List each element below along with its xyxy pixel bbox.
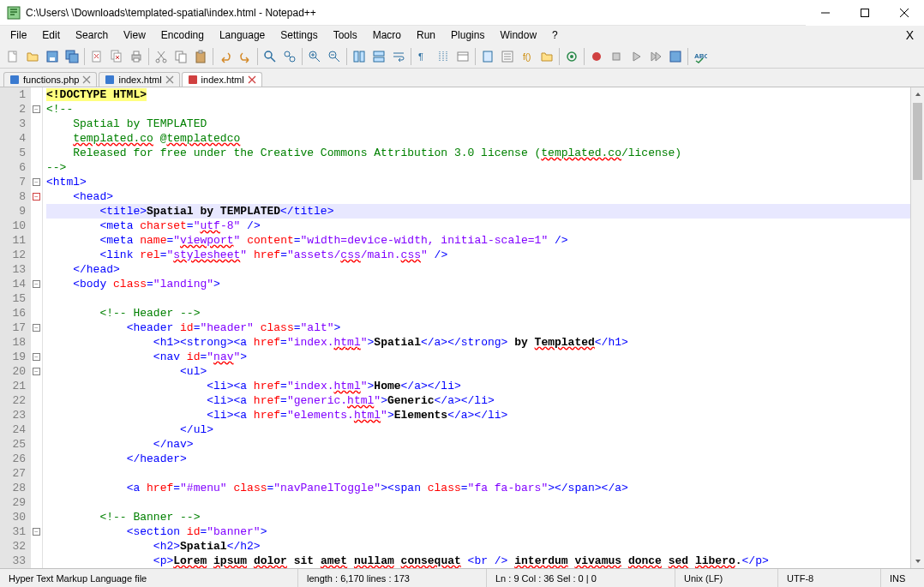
- document-tab[interactable]: index.html: [182, 72, 262, 87]
- svg-text:ABC: ABC: [694, 52, 707, 60]
- file-icon: [9, 75, 20, 85]
- svg-point-19: [265, 51, 272, 58]
- indent-guide-icon[interactable]: [434, 47, 453, 66]
- menu-window[interactable]: Window: [493, 27, 543, 43]
- status-eol[interactable]: Unix (LF): [675, 569, 778, 587]
- find-icon[interactable]: [261, 47, 279, 66]
- func-list-icon[interactable]: f(): [518, 47, 537, 66]
- code-content[interactable]: <!DOCTYPE HTML><!-- Spatial by TEMPLATED…: [43, 87, 910, 568]
- menu-encoding[interactable]: Encoding: [154, 27, 211, 43]
- menu-search[interactable]: Search: [69, 27, 115, 43]
- tab-label: index.html: [118, 75, 161, 85]
- menu-bar: FileEditSearchViewEncodingLanguageSettin…: [0, 26, 924, 45]
- tab-label: index.html: [201, 75, 244, 85]
- svg-rect-6: [69, 54, 78, 63]
- menu-help[interactable]: ?: [545, 27, 565, 43]
- redo-icon[interactable]: [236, 47, 255, 66]
- fold-column[interactable]: −−−−−−−−: [31, 87, 43, 568]
- maximize-button[interactable]: [845, 0, 885, 26]
- tab-close-icon[interactable]: [165, 75, 174, 84]
- menu-run[interactable]: Run: [410, 27, 442, 43]
- svg-point-35: [592, 52, 601, 61]
- svg-rect-17: [196, 52, 205, 63]
- vertical-scrollbar[interactable]: [910, 87, 924, 568]
- sync-h-icon[interactable]: [369, 47, 388, 66]
- tab-close-icon[interactable]: [248, 75, 256, 84]
- doc-map-icon[interactable]: [478, 47, 497, 66]
- menu-tools[interactable]: Tools: [327, 27, 364, 43]
- close-file-icon[interactable]: [87, 47, 106, 66]
- print-icon[interactable]: [127, 47, 146, 66]
- svg-rect-18: [199, 51, 202, 53]
- stop-icon[interactable]: [607, 47, 626, 66]
- svg-rect-26: [374, 51, 384, 56]
- line-number-gutter: 1234567891011121314151617181920212223242…: [0, 87, 31, 568]
- scroll-down-icon[interactable]: [911, 554, 924, 568]
- cut-icon[interactable]: [152, 47, 171, 66]
- svg-rect-29: [458, 52, 468, 61]
- svg-point-34: [570, 55, 573, 58]
- tab-label: functions.php: [23, 75, 79, 85]
- close-button[interactable]: [885, 0, 924, 26]
- svg-rect-1: [861, 9, 869, 17]
- status-encoding[interactable]: UTF-8: [778, 569, 881, 587]
- svg-rect-39: [10, 75, 19, 84]
- menu-settings[interactable]: Settings: [273, 27, 324, 43]
- play-multi-icon[interactable]: [646, 47, 665, 66]
- menu-view[interactable]: View: [117, 27, 153, 43]
- window-title: C:\Users\ \Downloads\templated-spatial\i…: [26, 7, 806, 19]
- svg-rect-36: [613, 53, 620, 60]
- file-icon: [188, 75, 198, 85]
- minimize-button[interactable]: [806, 0, 845, 26]
- svg-rect-0: [8, 7, 20, 19]
- svg-rect-11: [134, 51, 139, 55]
- menu-plugins[interactable]: Plugins: [444, 27, 491, 43]
- scroll-thumb[interactable]: [913, 103, 922, 180]
- play-icon[interactable]: [627, 47, 645, 66]
- folder-icon[interactable]: [537, 47, 556, 66]
- editor-area: 1234567891011121314151617181920212223242…: [0, 87, 924, 568]
- title-bar: C:\Users\ \Downloads\templated-spatial\i…: [0, 0, 924, 26]
- tab-close-icon[interactable]: [82, 75, 91, 84]
- svg-rect-40: [105, 75, 114, 84]
- status-filetype: Hyper Text Markup Language file: [0, 569, 298, 587]
- menu-language[interactable]: Language: [213, 27, 272, 43]
- doc-list-icon[interactable]: [498, 47, 517, 66]
- svg-rect-41: [189, 75, 197, 84]
- document-tab[interactable]: index.html: [99, 72, 179, 87]
- zoom-out-icon[interactable]: [325, 47, 344, 66]
- save-macro-icon[interactable]: [666, 47, 685, 66]
- svg-rect-37: [670, 51, 681, 62]
- user-lang-icon[interactable]: [453, 47, 472, 66]
- new-icon[interactable]: [3, 47, 22, 66]
- svg-text:¶: ¶: [418, 51, 423, 62]
- menu-file[interactable]: File: [3, 27, 33, 43]
- copy-icon[interactable]: [171, 47, 190, 66]
- svg-rect-4: [50, 57, 55, 61]
- svg-rect-27: [374, 57, 384, 62]
- document-tab[interactable]: functions.php: [3, 72, 97, 87]
- app-icon: [7, 6, 21, 20]
- open-icon[interactable]: [23, 47, 42, 66]
- status-position: Ln : 9 Col : 36 Sel : 0 | 0: [487, 569, 675, 587]
- svg-rect-16: [179, 54, 186, 63]
- paste-icon[interactable]: [191, 47, 210, 66]
- sync-v-icon[interactable]: [350, 47, 369, 66]
- zoom-in-icon[interactable]: [305, 47, 324, 66]
- wrap-icon[interactable]: [389, 47, 408, 66]
- spellcheck-icon[interactable]: ABC: [691, 47, 710, 66]
- save-icon[interactable]: [43, 47, 62, 66]
- scroll-up-icon[interactable]: [911, 87, 924, 101]
- save-all-icon[interactable]: [63, 47, 81, 66]
- show-all-chars-icon[interactable]: ¶: [414, 47, 433, 66]
- menu-macro[interactable]: Macro: [366, 27, 408, 43]
- menu-edit[interactable]: Edit: [35, 27, 67, 43]
- status-length: length : 6,170 lines : 173: [298, 569, 487, 587]
- close-all-icon[interactable]: [107, 47, 126, 66]
- replace-icon[interactable]: [280, 47, 299, 66]
- menubar-close-x[interactable]: X: [906, 28, 921, 42]
- monitor-icon[interactable]: [562, 47, 581, 66]
- record-icon[interactable]: [587, 47, 606, 66]
- status-insert-mode[interactable]: INS: [881, 569, 924, 587]
- undo-icon[interactable]: [216, 47, 235, 66]
